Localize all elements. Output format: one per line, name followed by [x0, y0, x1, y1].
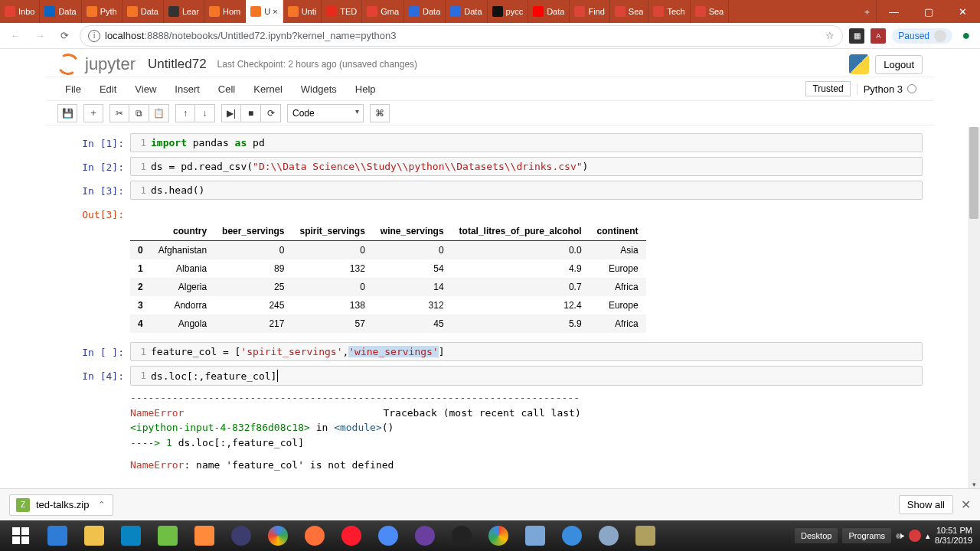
new-tab-button[interactable]: ＋	[858, 0, 877, 23]
toolbar: 💾 ＋ ✂ ⧉ 📋 ↑ ↓ ▶| ■ ⟳ Code ⌘	[46, 101, 934, 126]
taskbar-app[interactable]	[150, 520, 185, 551]
vertical-scrollbar[interactable]: ▴▾	[968, 127, 980, 488]
browser-tab[interactable]: TED	[322, 0, 362, 23]
address-bar[interactable]: i localhost:8888/notebooks/Untitled72.ip…	[80, 25, 843, 47]
taskbar-app[interactable]	[224, 520, 259, 551]
update-icon[interactable]: ●	[959, 28, 974, 44]
taskbar-app[interactable]	[554, 520, 590, 551]
browser-tab[interactable]: Pyth	[82, 0, 122, 23]
menu-widgets[interactable]: Widgets	[293, 80, 345, 98]
taskbar-app[interactable]	[518, 520, 553, 551]
menu-kernel[interactable]: Kernel	[246, 80, 290, 98]
taskbar-app[interactable]	[371, 520, 406, 551]
browser-tab[interactable]: Data	[446, 0, 487, 23]
menu-view[interactable]: View	[127, 80, 164, 98]
code-cell[interactable]: In [4]: 1ds.loc[:,feature_col]	[57, 366, 923, 386]
browser-tab[interactable]: Gma	[362, 0, 404, 23]
download-item[interactable]: Z ted-talks.zip⌃	[9, 494, 113, 516]
code-cell[interactable]: In [2]: 1ds = pd.read_csv("D:\\Data Scie…	[57, 157, 923, 176]
close-button[interactable]: ✕	[946, 0, 980, 23]
browser-tab[interactable]: Unti	[283, 0, 322, 23]
tray-programs[interactable]: Programs	[842, 528, 891, 543]
site-info-icon[interactable]: i	[88, 30, 100, 42]
chevron-up-icon[interactable]: ⌃	[98, 500, 105, 510]
menu-help[interactable]: Help	[348, 80, 384, 98]
clock[interactable]: 10:51 PM8/31/2019	[935, 526, 972, 546]
pdf-extension-icon[interactable]: A	[871, 28, 886, 44]
copy-button[interactable]: ⧉	[129, 104, 149, 122]
taskbar-app[interactable]	[113, 520, 149, 551]
input-prompt: In [3]:	[57, 181, 130, 200]
notebook-area[interactable]: In [1]: 1import pandas as pd In [2]: 1ds…	[0, 127, 980, 488]
kernel-status-icon	[907, 84, 916, 93]
start-button[interactable]	[3, 520, 38, 551]
paste-button[interactable]: 📋	[149, 104, 169, 122]
save-button[interactable]: 💾	[57, 104, 77, 122]
maximize-button[interactable]: ▢	[911, 0, 946, 23]
forward-button[interactable]: →	[31, 27, 49, 45]
browser-tab[interactable]: Data	[528, 0, 570, 23]
restart-button[interactable]: ⟳	[261, 104, 281, 122]
tray-icon[interactable]: 🕪	[896, 531, 904, 540]
favicon-icon	[326, 6, 337, 17]
kernel-indicator[interactable]: Python 3	[857, 83, 923, 95]
zip-file-icon: Z	[16, 498, 30, 512]
bookmark-star-icon[interactable]: ☆	[825, 30, 835, 41]
favicon-icon	[168, 6, 179, 17]
move-up-button[interactable]: ↑	[175, 104, 195, 122]
taskbar-app[interactable]	[187, 520, 222, 551]
back-button[interactable]: ←	[6, 27, 24, 45]
system-tray[interactable]: Desktop Programs 🕪 ▴ 10:51 PM8/31/2019	[795, 526, 977, 546]
menu-file[interactable]: File	[57, 80, 89, 98]
cell-type-select[interactable]: Code	[287, 104, 364, 122]
minimize-button[interactable]: —	[877, 0, 911, 23]
browser-tab[interactable]: Inbo	[0, 0, 40, 23]
jupyter-logo-icon	[55, 51, 80, 77]
taskbar-app[interactable]	[297, 520, 332, 551]
command-palette-button[interactable]: ⌘	[370, 104, 390, 122]
close-downloads-icon[interactable]: ✕	[961, 497, 971, 512]
tray-icon[interactable]: ▴	[926, 531, 930, 541]
browser-tab[interactable]: U ×	[246, 0, 283, 23]
tray-desktop[interactable]: Desktop	[795, 528, 838, 543]
show-all-downloads-button[interactable]: Show all	[899, 495, 953, 514]
browser-tab[interactable]: Lear	[164, 0, 204, 23]
browser-tab[interactable]: Data	[122, 0, 164, 23]
taskbar-app[interactable]	[407, 520, 443, 551]
browser-tab[interactable]: Data	[40, 0, 81, 23]
taskbar-app[interactable]	[334, 520, 369, 551]
browser-tab[interactable]: Sea	[691, 0, 730, 23]
menu-insert[interactable]: Insert	[167, 80, 207, 98]
taskbar-app[interactable]	[481, 520, 516, 551]
cut-button[interactable]: ✂	[109, 104, 129, 122]
trusted-indicator[interactable]: Trusted	[805, 81, 850, 96]
taskbar-app[interactable]	[444, 520, 479, 551]
taskbar-app[interactable]	[628, 520, 663, 551]
browser-tab[interactable]: Hom	[204, 0, 246, 23]
browser-tab[interactable]: Find	[570, 0, 609, 23]
browser-tab[interactable]: Tech	[648, 0, 690, 23]
browser-tab[interactable]: Data	[404, 0, 446, 23]
logout-button[interactable]: Logout	[875, 55, 923, 74]
taskbar-app[interactable]	[77, 520, 112, 551]
code-cell[interactable]: In [ ]: 1feature_col = ['spirit_servings…	[57, 342, 923, 361]
browser-tab[interactable]: pycc	[488, 0, 529, 23]
taskbar-app[interactable]	[40, 520, 75, 551]
menu-edit[interactable]: Edit	[92, 80, 124, 98]
extension-icon[interactable]: ▦	[849, 28, 864, 44]
favicon-icon	[209, 6, 220, 17]
insert-cell-button[interactable]: ＋	[83, 104, 103, 122]
code-cell[interactable]: In [1]: 1import pandas as pd	[57, 133, 923, 152]
taskbar-app[interactable]	[591, 520, 626, 551]
taskbar-app[interactable]	[260, 520, 296, 551]
notebook-name[interactable]: Untitled72	[148, 57, 207, 72]
reload-button[interactable]: ⟳	[55, 27, 74, 45]
run-button[interactable]: ▶|	[221, 104, 241, 122]
profile-paused-chip[interactable]: Paused	[892, 28, 952, 44]
code-cell[interactable]: In [3]: 1ds.head()	[57, 181, 923, 200]
menu-cell[interactable]: Cell	[211, 80, 243, 98]
tray-icon[interactable]	[909, 530, 921, 542]
browser-tab[interactable]: Sea	[610, 0, 649, 23]
move-down-button[interactable]: ↓	[195, 104, 215, 122]
stop-button[interactable]: ■	[241, 104, 261, 122]
